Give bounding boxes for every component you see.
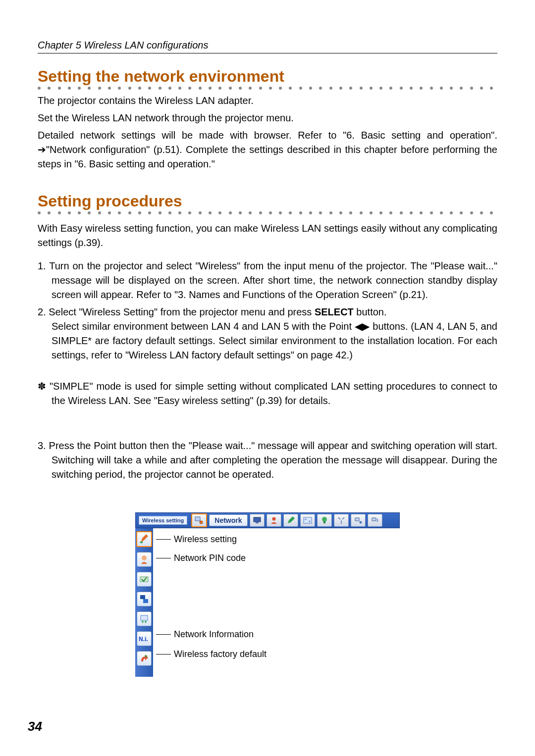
sidebar-icon-4[interactable] <box>137 592 152 606</box>
step-3: 3. Press the Point button then the "Plea… <box>38 439 497 482</box>
section-title-network-env: Setting the network environment <box>38 67 497 86</box>
svg-point-4 <box>272 517 275 521</box>
text: Select similar environment between LAN 4… <box>52 319 497 362</box>
menubar-icon-screen[interactable] <box>300 514 315 527</box>
chapter-header: Chapter 5 Wireless LAN configurations <box>38 40 497 53</box>
dotted-rule <box>38 87 497 90</box>
svg-point-6 <box>305 519 306 520</box>
callout-labels: Wireless setting Network PIN code Networ… <box>153 528 400 677</box>
svg-rect-0 <box>195 517 200 521</box>
text: button. <box>354 306 387 317</box>
svg-text:N.i.: N.i. <box>139 636 148 643</box>
select-word: SELECT <box>315 306 354 317</box>
callout-network-info: Network Information <box>174 629 254 640</box>
menubar-icon-computer[interactable] <box>250 514 265 527</box>
svg-rect-17 <box>143 599 148 603</box>
svg-point-1 <box>200 521 203 524</box>
menubar-icon-user[interactable] <box>267 514 281 527</box>
menubar-icon-wireless[interactable] <box>368 514 382 527</box>
paragraph: Set the Wireless LAN network through the… <box>38 111 497 125</box>
svg-rect-9 <box>323 521 325 523</box>
step-1: 1. Turn on the projector and select "Wir… <box>38 259 497 302</box>
menubar-icon-wired[interactable] <box>351 514 366 527</box>
dotted-rule <box>38 211 497 214</box>
menu-screenshot: Wireless setting Network N.i. N <box>135 512 400 677</box>
sidebar-wireless-setting-icon[interactable] <box>136 531 152 547</box>
callout-wireless-setting: Wireless setting <box>174 534 237 545</box>
menubar: Wireless setting Network <box>135 512 400 528</box>
svg-point-7 <box>309 521 310 522</box>
sidebar-factory-default-icon[interactable]: N <box>137 651 152 666</box>
step-2: 2. Select "Wireless Setting" from the pr… <box>38 305 497 362</box>
menubar-network-icon[interactable] <box>191 513 207 527</box>
sidebar-network-info-icon[interactable]: N.i. <box>137 631 152 646</box>
paragraph: Detailed network settings will be made w… <box>38 128 497 171</box>
note-simple-mode: ✽ "SIMPLE" mode is used for simple setti… <box>38 379 497 408</box>
sidebar-icon-5[interactable] <box>137 611 152 626</box>
svg-point-20 <box>145 621 147 623</box>
menubar-wireless-setting-label: Wireless setting <box>139 516 187 525</box>
callout-factory-default: Wireless factory default <box>174 649 267 659</box>
sidebar-icon-3[interactable] <box>137 572 152 587</box>
svg-text:N: N <box>145 655 147 658</box>
svg-point-11 <box>359 521 362 524</box>
sidebar: N.i. N <box>135 528 153 677</box>
menubar-icon-lamp[interactable] <box>317 514 332 527</box>
text: 2. Select "Wireless Setting" from the pr… <box>38 306 315 317</box>
svg-rect-18 <box>141 615 148 620</box>
svg-rect-5 <box>304 517 312 523</box>
svg-point-8 <box>322 517 327 522</box>
menubar-network-pill[interactable]: Network <box>209 514 247 526</box>
svg-rect-10 <box>355 518 359 521</box>
paragraph: With Easy wireless setting function, you… <box>38 221 497 250</box>
page-number: 34 <box>28 719 42 734</box>
menubar-icon-tools[interactable] <box>334 514 349 527</box>
sidebar-network-pin-icon[interactable] <box>137 552 152 567</box>
svg-rect-13 <box>140 542 143 543</box>
svg-rect-16 <box>140 595 145 599</box>
svg-point-19 <box>142 621 144 623</box>
svg-rect-2 <box>254 517 261 522</box>
svg-rect-12 <box>372 518 376 521</box>
menubar-icon-pencil[interactable] <box>283 514 298 527</box>
section-title-procedures: Setting procedures <box>38 192 497 210</box>
svg-point-14 <box>142 555 147 560</box>
callout-network-pin: Network PIN code <box>174 553 246 563</box>
paragraph: The projector contains the Wireless LAN … <box>38 94 497 108</box>
svg-rect-3 <box>256 522 259 523</box>
